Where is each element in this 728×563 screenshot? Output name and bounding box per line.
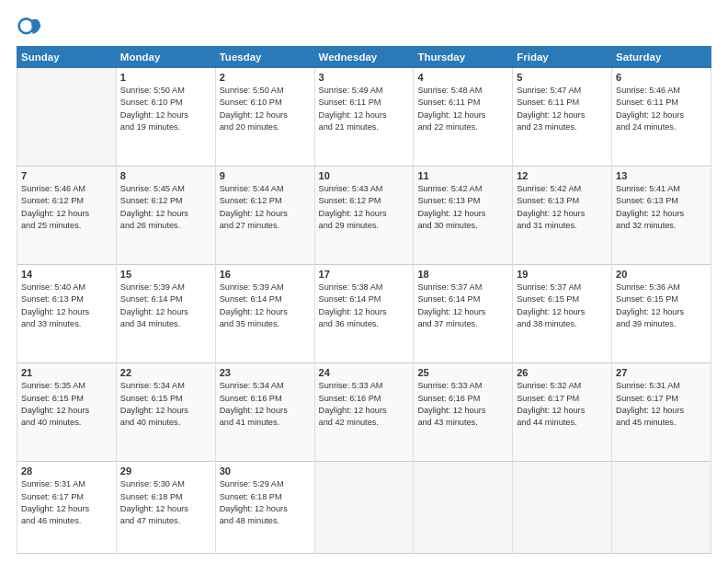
day-cell: 10Sunrise: 5:43 AMSunset: 6:12 PMDayligh…	[314, 167, 414, 265]
day-cell: 30Sunrise: 5:29 AMSunset: 6:18 PMDayligh…	[215, 462, 314, 554]
day-number: 4	[417, 72, 508, 83]
day-info: Sunrise: 5:41 AMSunset: 6:13 PMDaylight:…	[616, 183, 707, 232]
col-header-monday: Monday	[116, 47, 215, 68]
day-cell: 8Sunrise: 5:45 AMSunset: 6:12 PMDaylight…	[116, 167, 215, 265]
day-cell: 23Sunrise: 5:34 AMSunset: 6:16 PMDayligh…	[215, 363, 314, 462]
day-info: Sunrise: 5:46 AMSunset: 6:11 PMDaylight:…	[616, 85, 707, 133]
col-header-tuesday: Tuesday	[215, 47, 314, 68]
day-cell: 2Sunrise: 5:50 AMSunset: 6:10 PMDaylight…	[215, 68, 314, 167]
day-cell: 12Sunrise: 5:42 AMSunset: 6:13 PMDayligh…	[513, 167, 612, 265]
day-number: 15	[120, 269, 211, 280]
day-info: Sunrise: 5:43 AMSunset: 6:12 PMDaylight:…	[319, 183, 410, 232]
logo-icon	[17, 15, 42, 40]
day-info: Sunrise: 5:46 AMSunset: 6:12 PMDaylight:…	[21, 183, 112, 232]
day-cell: 1Sunrise: 5:50 AMSunset: 6:10 PMDaylight…	[116, 68, 215, 167]
day-number: 10	[319, 170, 410, 181]
day-cell: 4Sunrise: 5:48 AMSunset: 6:11 PMDaylight…	[414, 68, 513, 167]
day-number: 25	[417, 367, 508, 378]
day-number: 1	[120, 72, 211, 83]
day-cell	[612, 462, 711, 554]
day-cell: 14Sunrise: 5:40 AMSunset: 6:13 PMDayligh…	[17, 265, 117, 363]
day-info: Sunrise: 5:33 AMSunset: 6:16 PMDaylight:…	[417, 380, 508, 429]
day-cell: 7Sunrise: 5:46 AMSunset: 6:12 PMDaylight…	[17, 167, 117, 265]
day-info: Sunrise: 5:50 AMSunset: 6:10 PMDaylight:…	[220, 85, 311, 133]
day-number: 19	[517, 269, 608, 280]
day-info: Sunrise: 5:44 AMSunset: 6:12 PMDaylight:…	[220, 183, 311, 232]
day-cell: 25Sunrise: 5:33 AMSunset: 6:16 PMDayligh…	[414, 363, 513, 462]
day-number: 20	[616, 269, 707, 280]
day-cell: 27Sunrise: 5:31 AMSunset: 6:17 PMDayligh…	[612, 363, 711, 462]
col-header-saturday: Saturday	[612, 47, 711, 68]
day-number: 8	[120, 170, 211, 181]
day-number: 18	[417, 269, 508, 280]
day-info: Sunrise: 5:36 AMSunset: 6:15 PMDaylight:…	[616, 282, 707, 330]
day-info: Sunrise: 5:45 AMSunset: 6:12 PMDaylight:…	[120, 183, 211, 232]
day-number: 26	[517, 367, 608, 378]
calendar-header: SundayMondayTuesdayWednesdayThursdayFrid…	[17, 47, 711, 68]
col-header-sunday: Sunday	[17, 47, 117, 68]
day-info: Sunrise: 5:31 AMSunset: 6:17 PMDaylight:…	[616, 380, 707, 429]
day-cell: 20Sunrise: 5:36 AMSunset: 6:15 PMDayligh…	[612, 265, 711, 363]
day-cell: 17Sunrise: 5:38 AMSunset: 6:14 PMDayligh…	[314, 265, 414, 363]
day-cell: 3Sunrise: 5:49 AMSunset: 6:11 PMDaylight…	[314, 68, 414, 167]
logo	[17, 15, 46, 40]
day-info: Sunrise: 5:50 AMSunset: 6:10 PMDaylight:…	[120, 85, 211, 133]
day-cell: 18Sunrise: 5:37 AMSunset: 6:14 PMDayligh…	[414, 265, 513, 363]
calendar-table: SundayMondayTuesdayWednesdayThursdayFrid…	[17, 46, 711, 554]
day-cell: 19Sunrise: 5:37 AMSunset: 6:15 PMDayligh…	[513, 265, 612, 363]
week-row: 14Sunrise: 5:40 AMSunset: 6:13 PMDayligh…	[17, 265, 711, 363]
week-row: 21Sunrise: 5:35 AMSunset: 6:15 PMDayligh…	[17, 363, 711, 462]
day-number: 24	[319, 367, 410, 378]
day-info: Sunrise: 5:42 AMSunset: 6:13 PMDaylight:…	[417, 183, 508, 232]
day-info: Sunrise: 5:37 AMSunset: 6:15 PMDaylight:…	[517, 282, 608, 330]
day-info: Sunrise: 5:31 AMSunset: 6:17 PMDaylight:…	[21, 478, 112, 527]
day-number: 5	[517, 72, 608, 83]
day-number: 16	[220, 269, 311, 280]
day-info: Sunrise: 5:29 AMSunset: 6:18 PMDaylight:…	[220, 478, 311, 527]
header	[17, 15, 711, 40]
day-number: 12	[517, 170, 608, 181]
day-info: Sunrise: 5:33 AMSunset: 6:16 PMDaylight:…	[319, 380, 410, 429]
day-number: 29	[120, 465, 211, 477]
day-cell: 21Sunrise: 5:35 AMSunset: 6:15 PMDayligh…	[17, 363, 117, 462]
day-info: Sunrise: 5:49 AMSunset: 6:11 PMDaylight:…	[319, 85, 410, 133]
day-cell: 15Sunrise: 5:39 AMSunset: 6:14 PMDayligh…	[116, 265, 215, 363]
day-cell: 29Sunrise: 5:30 AMSunset: 6:18 PMDayligh…	[116, 462, 215, 554]
day-cell: 5Sunrise: 5:47 AMSunset: 6:11 PMDaylight…	[513, 68, 612, 167]
day-cell: 22Sunrise: 5:34 AMSunset: 6:15 PMDayligh…	[116, 363, 215, 462]
week-row: 28Sunrise: 5:31 AMSunset: 6:17 PMDayligh…	[17, 462, 711, 554]
day-number: 14	[21, 269, 112, 280]
day-cell: 13Sunrise: 5:41 AMSunset: 6:13 PMDayligh…	[612, 167, 711, 265]
day-info: Sunrise: 5:30 AMSunset: 6:18 PMDaylight:…	[120, 478, 211, 527]
day-cell: 16Sunrise: 5:39 AMSunset: 6:14 PMDayligh…	[215, 265, 314, 363]
day-info: Sunrise: 5:34 AMSunset: 6:15 PMDaylight:…	[120, 380, 211, 429]
day-number: 3	[319, 72, 410, 83]
day-info: Sunrise: 5:37 AMSunset: 6:14 PMDaylight:…	[417, 282, 508, 330]
day-info: Sunrise: 5:47 AMSunset: 6:11 PMDaylight:…	[517, 85, 608, 133]
day-number: 11	[417, 170, 508, 181]
week-row: 1Sunrise: 5:50 AMSunset: 6:10 PMDaylight…	[17, 68, 711, 167]
day-number: 7	[21, 170, 112, 181]
day-cell	[513, 462, 612, 554]
day-number: 9	[220, 170, 311, 181]
col-header-wednesday: Wednesday	[314, 47, 414, 68]
col-header-thursday: Thursday	[414, 47, 513, 68]
day-cell: 9Sunrise: 5:44 AMSunset: 6:12 PMDaylight…	[215, 167, 314, 265]
week-row: 7Sunrise: 5:46 AMSunset: 6:12 PMDaylight…	[17, 167, 711, 265]
day-info: Sunrise: 5:32 AMSunset: 6:17 PMDaylight:…	[517, 380, 608, 429]
day-cell: 24Sunrise: 5:33 AMSunset: 6:16 PMDayligh…	[314, 363, 414, 462]
day-number: 6	[616, 72, 707, 83]
day-number: 13	[616, 170, 707, 181]
day-cell: 11Sunrise: 5:42 AMSunset: 6:13 PMDayligh…	[414, 167, 513, 265]
day-number: 2	[220, 72, 311, 83]
col-header-friday: Friday	[513, 47, 612, 68]
day-number: 27	[616, 367, 707, 378]
day-number: 30	[220, 465, 311, 477]
day-number: 22	[120, 367, 211, 378]
day-number: 21	[21, 367, 112, 378]
day-cell: 26Sunrise: 5:32 AMSunset: 6:17 PMDayligh…	[513, 363, 612, 462]
day-cell: 28Sunrise: 5:31 AMSunset: 6:17 PMDayligh…	[17, 462, 117, 554]
day-info: Sunrise: 5:48 AMSunset: 6:11 PMDaylight:…	[417, 85, 508, 133]
day-number: 23	[220, 367, 311, 378]
day-info: Sunrise: 5:39 AMSunset: 6:14 PMDaylight:…	[220, 282, 311, 330]
